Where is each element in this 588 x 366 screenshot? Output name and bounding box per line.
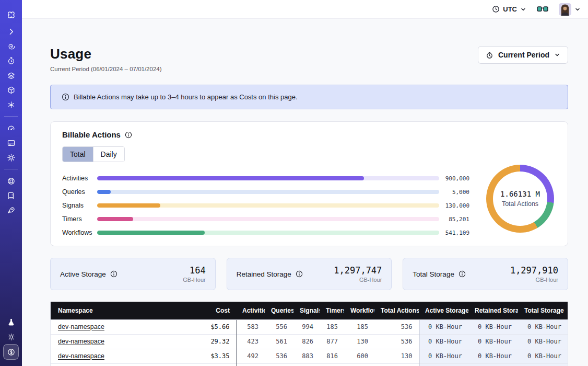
retained-storage-card: Retained Storage 1,297,747 GB-Hour	[227, 258, 392, 290]
col-signals: Signals	[293, 302, 320, 319]
theme-toggle-sun-icon[interactable]	[4, 329, 18, 344]
period-dropdown-button[interactable]: Current Period	[478, 46, 568, 64]
retained-storage-cell: 0 KB-Hour	[468, 349, 518, 363]
info-icon[interactable]	[296, 270, 303, 278]
queries-cell: 556	[265, 319, 293, 334]
bar-label: Timers	[62, 215, 97, 223]
timers-cell: 816	[320, 349, 344, 363]
bar-label: Signals	[62, 202, 97, 209]
total-storage-card: Total Storage 1,297,910 GB-Hour	[403, 258, 568, 290]
timers-cell: 877	[320, 334, 344, 349]
billable-actions-card: Billable Actions Total Daily Activities …	[50, 121, 568, 246]
page-subtitle: Current Period (06/01/2024 – 07/01/2024)	[50, 66, 162, 72]
timezone-label: UTC	[503, 5, 517, 13]
col-workflows: Workflows	[344, 302, 374, 319]
cost-cell: $3.35	[183, 349, 236, 363]
billable-bar-row: Signals 130,000	[62, 199, 480, 212]
stopwatch-icon	[486, 51, 493, 59]
total-actions-label: Total Actions	[502, 200, 538, 208]
info-icon[interactable]	[458, 270, 466, 278]
settings-icon[interactable]	[4, 150, 18, 165]
deployments-icon[interactable]	[4, 68, 18, 83]
bar-fill	[97, 203, 160, 208]
cost-cell: $5.66	[183, 319, 236, 334]
bar-track	[97, 190, 439, 194]
temporal-logo-icon[interactable]	[4, 7, 18, 22]
col-retained-storage: Retained Storage	[468, 302, 518, 319]
total-actions-cell: 536	[374, 319, 419, 334]
support-icon[interactable]	[4, 174, 18, 188]
total-storage-cell: 0 KB-Hour	[518, 334, 568, 349]
workflows-cell: 600	[344, 349, 374, 363]
signals-cell: 826	[293, 334, 320, 349]
bar-value: 5,000	[439, 189, 469, 196]
col-timers: Timers	[320, 302, 344, 319]
tab-daily[interactable]: Daily	[93, 147, 124, 162]
collapse-chevron-icon[interactable]	[4, 24, 18, 39]
billable-bar-row: Workflows 541,109	[62, 226, 480, 239]
user-menu[interactable]	[559, 3, 581, 16]
table-row: dev-namespace 29.32 423 561 826 877 130 …	[51, 334, 568, 349]
workflows-cell: 185	[344, 319, 374, 334]
sidebar	[0, 0, 22, 366]
bar-track	[97, 176, 439, 180]
period-button-label: Current Period	[498, 51, 549, 59]
getting-started-rocket-icon[interactable]	[4, 203, 18, 218]
info-icon[interactable]	[125, 131, 132, 139]
queries-cell: 536	[265, 349, 293, 363]
bar-fill	[97, 176, 364, 180]
bar-value: 900,000	[439, 175, 469, 182]
total-storage-label: Total Storage	[413, 270, 454, 278]
total-actions-cell: 536	[374, 334, 419, 349]
tab-total[interactable]: Total	[63, 147, 93, 162]
col-total-storage: Total Storage	[518, 302, 568, 319]
table-row: dev-namespace $5.66 583 556 994 185 185 …	[51, 319, 568, 334]
activities-cell: 423	[236, 334, 265, 349]
signals-cell: 883	[293, 349, 320, 363]
glasses-button[interactable]	[537, 6, 548, 13]
billable-bar-row: Activities 900,000	[62, 171, 480, 185]
total-storage-cell: 0 KB-Hour	[518, 319, 568, 334]
billable-bar-chart: Activities 900,000 Queries 5,000 Signals…	[62, 171, 480, 239]
namespace-usage-table: Namespace Cost Activities Queries Signal…	[50, 302, 568, 366]
namespace-link[interactable]: dev-namespace	[58, 352, 104, 360]
billable-actions-title: Billable Actions	[62, 130, 121, 139]
table-row-partial	[51, 363, 568, 366]
bar-fill	[97, 190, 111, 194]
timezone-selector[interactable]: UTC	[492, 5, 526, 13]
docs-icon[interactable]	[4, 188, 18, 203]
web-ui-icon[interactable]	[4, 135, 18, 150]
namespaces-icon[interactable]	[4, 39, 18, 53]
billable-bar-row: Queries 5,000	[62, 185, 480, 199]
total-actions-donut-chart: 1.66131 M Total Actions	[486, 165, 554, 233]
signals-cell: 994	[293, 319, 320, 334]
avatar	[559, 3, 571, 16]
info-icon	[62, 93, 69, 101]
total-storage-unit: GB-Hour	[510, 277, 558, 283]
usage-icon[interactable]	[4, 121, 18, 135]
retained-storage-unit: GB-Hour	[334, 277, 382, 283]
chevron-down-icon	[574, 6, 581, 13]
col-queries: Queries	[265, 302, 293, 319]
queries-cell: 561	[265, 334, 293, 349]
namespace-link[interactable]: dev-namespace	[58, 338, 104, 345]
page-title: Usage	[50, 46, 162, 62]
table-header-row: Namespace Cost Activities Queries Signal…	[51, 302, 568, 319]
info-banner: Billable Actions may take up to 3–4 hour…	[50, 85, 568, 109]
active-storage-unit: GB-Hour	[183, 277, 205, 283]
workflows-icon[interactable]	[4, 83, 18, 97]
total-storage-cell: 0 KB-Hour	[518, 349, 568, 363]
col-active-storage: Active Storage	[419, 302, 468, 319]
nexus-icon[interactable]	[4, 97, 18, 112]
labs-flask-icon[interactable]	[4, 315, 18, 329]
active-storage-value: 164	[183, 265, 205, 276]
bar-label: Queries	[62, 188, 97, 196]
total-actions-cell: 130	[374, 349, 419, 363]
billing-icon[interactable]	[3, 344, 19, 360]
table-row: dev-namespace $3.35 492 536 883 816 600 …	[51, 349, 568, 363]
schedules-icon[interactable]	[4, 53, 18, 68]
info-icon[interactable]	[110, 270, 117, 278]
namespace-link[interactable]: dev-namespace	[58, 323, 104, 330]
active-storage-cell: 0 KB-Hour	[419, 349, 468, 363]
top-bar: UTC	[22, 0, 588, 19]
